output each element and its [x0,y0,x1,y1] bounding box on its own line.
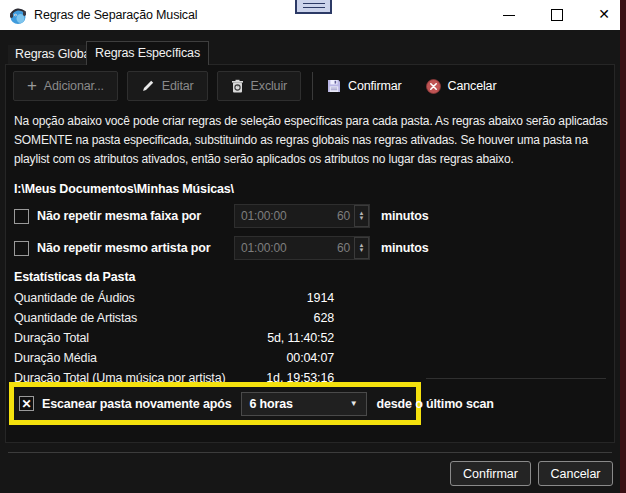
rule-label-same-track: Não repetir mesma faixa por [37,209,234,223]
stat-label: Duração Média [14,351,97,365]
time-input-same-track[interactable]: 01:00:00 60 ▲ ▼ [234,204,370,228]
toolbar: + Adicionar... Editar [13,71,614,101]
time-input-same-artist[interactable]: 01:00:00 60 ▲ ▼ [234,236,370,260]
tab-regras-especificas[interactable]: Regras Específicas [86,41,209,65]
rule-row-same-track: Não repetir mesma faixa por 01:00:00 60 … [14,204,614,228]
spinner-value: 60 [337,209,354,223]
rescan-suffix-label: desde o último scan [377,397,494,411]
close-button[interactable]: ✕ [588,0,620,30]
toolbar-separator [312,72,313,100]
footer-separator [8,452,612,453]
unit-label: minutos [381,241,429,255]
dialog-body: Regras Globais Regras Específicas + Adic… [0,30,620,493]
add-button-label: Adicionar... [44,79,104,93]
rescan-label: Escanear pasta novamente após [42,397,232,411]
spinner-down-icon: ▼ [359,248,365,253]
stat-value: 00:04:07 [287,351,334,365]
minimize-button[interactable] [493,0,525,30]
separator-line [426,378,606,379]
window-title: Regras de Separação Musical [34,0,197,30]
spinner-down-icon: ▼ [359,216,365,221]
delete-button-label: Excluir [251,79,287,93]
stat-value: 5d, 11:40:52 [267,331,334,345]
minimize-icon [503,15,515,16]
trash-icon [231,79,244,93]
description-text: Na opção abaixo você pode criar regras d… [14,112,618,169]
close-icon: ✕ [588,0,620,30]
dropdown-selected-value: 6 horas [250,397,350,411]
toolbar-cancel-label: Cancelar [448,79,497,93]
tab-page-regras-especificas: + Adicionar... Editar [5,64,615,443]
stat-value: 628 [314,311,334,325]
edit-button-label: Editar [162,79,194,93]
minutes-stepper[interactable]: ▲ ▼ [354,205,369,227]
drag-handle[interactable] [295,0,332,14]
delete-button[interactable]: Excluir [217,71,301,101]
checkbox-same-artist[interactable] [14,241,29,256]
stats-header: Estatísticas da Pasta [14,270,614,284]
rule-row-same-artist: Não repetir mesmo artista por 01:00:00 6… [14,236,614,260]
rule-label-same-artist: Não repetir mesmo artista por [37,241,234,255]
time-value: 01:00:00 [235,241,337,255]
checkbox-rescan[interactable]: ✕ [19,396,34,411]
chevron-down-icon: ▼ [350,399,358,408]
toolbar-confirm-button[interactable]: Confirmar [315,71,414,101]
maximize-icon [551,9,563,21]
stat-row-average-duration: Duração Média 00:04:07 [14,348,334,368]
stat-row-total-duration: Duração Total 5d, 11:40:52 [14,328,334,348]
save-icon [327,79,341,93]
rescan-row-highlighted: ✕ Escanear pasta novamente após 6 horas … [9,382,421,425]
folder-path: I:\Meus Documentos\Minhas Músicas\ [14,182,614,196]
stats-table: Quantidade de Áudios 1914 Quantidade de … [14,288,334,388]
time-value: 01:00:00 [235,209,337,223]
screenshot-root: Regras de Separação Musical ✕ Regras Glo… [0,0,626,493]
edit-button[interactable]: Editar [127,71,208,101]
cancel-button[interactable]: Cancelar [538,461,613,486]
toolbar-cancel-button[interactable]: Cancelar [414,71,509,101]
check-x-icon: ✕ [22,398,32,410]
background-window-sliver-right [620,0,626,493]
maximize-button[interactable] [541,0,573,30]
spinner-value: 60 [337,241,354,255]
confirm-button[interactable]: Confirmar [450,461,531,486]
plus-icon: + [27,79,37,93]
minutes-stepper[interactable]: ▲ ▼ [354,237,369,259]
stat-row-artists: Quantidade de Artistas 628 [14,308,334,328]
add-button[interactable]: + Adicionar... [13,71,118,101]
toolbar-confirm-label: Confirmar [348,79,402,93]
stat-value: 1914 [307,291,334,305]
pencil-icon [141,79,155,93]
cancel-circle-icon [426,79,441,94]
app-icon [8,5,28,25]
unit-label: minutos [381,209,429,223]
stat-label: Quantidade de Áudios [14,291,135,305]
stat-row-audios: Quantidade de Áudios 1914 [14,288,334,308]
rescan-interval-dropdown[interactable]: 6 horas ▼ [241,392,367,416]
stat-label: Quantidade de Artistas [14,311,137,325]
stat-label: Duração Total [14,331,89,345]
checkbox-same-track[interactable] [14,209,29,224]
